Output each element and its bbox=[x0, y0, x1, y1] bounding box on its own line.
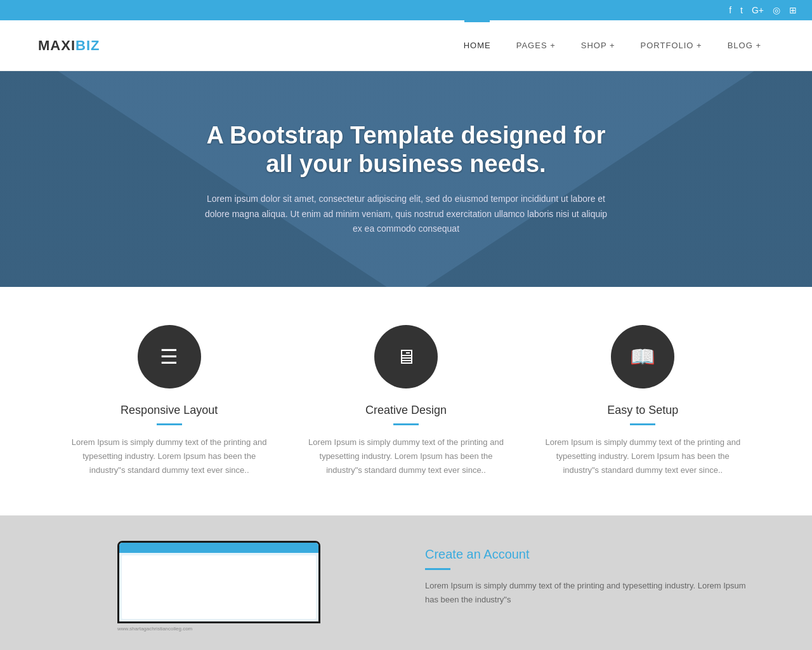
rss-icon[interactable]: ⊞ bbox=[789, 5, 797, 15]
feature-responsive-text: Lorem Ipsum is simply dummy text of the … bbox=[70, 435, 268, 477]
bottom-text-block: Create an Account Lorem Ipsum is simply … bbox=[425, 541, 761, 607]
bottom-title: Create an Account bbox=[425, 547, 761, 562]
logo-maxi: MAXI bbox=[38, 37, 75, 53]
responsive-icon-circle: ☰ bbox=[138, 325, 201, 388]
bottom-section: www.shartagachristiancolleg.com Create a… bbox=[0, 515, 812, 650]
bottom-description: Lorem Ipsum is simply dummy text of the … bbox=[425, 579, 761, 607]
googleplus-icon[interactable]: G+ bbox=[752, 5, 764, 15]
feature-responsive: ☰ Responsive Layout Lorem Ipsum is simpl… bbox=[51, 325, 287, 477]
twitter-icon[interactable]: t bbox=[740, 5, 743, 15]
monitor-icon: 🖥 bbox=[396, 345, 416, 369]
feature-setup-title: Easy to Setup bbox=[544, 404, 742, 417]
feature-creative-title: Creative Design bbox=[306, 404, 505, 417]
feature-setup: 📖 Easy to Setup Lorem Ipsum is simply du… bbox=[525, 325, 761, 477]
feature-creative-text: Lorem Ipsum is simply dummy text of the … bbox=[306, 435, 505, 477]
device-screen-content bbox=[122, 555, 316, 619]
top-bar: f t G+ ◎ ⊞ bbox=[0, 0, 812, 20]
book-icon: 📖 bbox=[630, 345, 655, 369]
device-mockup bbox=[117, 541, 320, 623]
feature-responsive-divider bbox=[157, 423, 182, 425]
hero-subtitle: Lorem ipsum dolor sit amet, consectetur … bbox=[203, 192, 609, 237]
dribbble-icon[interactable]: ◎ bbox=[773, 5, 780, 15]
hamburger-icon: ☰ bbox=[160, 345, 178, 369]
logo-biz: BIZ bbox=[75, 37, 100, 53]
device-mockup-container: www.shartagachristiancolleg.com bbox=[51, 541, 387, 632]
features-section: ☰ Responsive Layout Lorem Ipsum is simpl… bbox=[0, 287, 812, 515]
feature-creative-divider bbox=[393, 423, 419, 425]
feature-creative: 🖥 Creative Design Lorem Ipsum is simply … bbox=[287, 325, 524, 477]
bottom-divider bbox=[425, 568, 450, 570]
main-nav: HOME PAGES + SHOP + PORTFOLIO + BLOG + bbox=[451, 20, 774, 71]
hero-section: A Bootstrap Template designed forall you… bbox=[0, 71, 812, 287]
hero-title: A Bootstrap Template designed forall you… bbox=[203, 121, 609, 179]
feature-responsive-title: Responsive Layout bbox=[70, 404, 268, 417]
setup-icon-circle: 📖 bbox=[611, 325, 674, 388]
feature-setup-text: Lorem Ipsum is simply dummy text of the … bbox=[544, 435, 742, 477]
logo[interactable]: MAXIBIZ bbox=[38, 37, 100, 54]
device-screen-topbar bbox=[119, 543, 318, 553]
header: MAXIBIZ HOME PAGES + SHOP + PORTFOLIO + … bbox=[0, 20, 812, 71]
hero-content: A Bootstrap Template designed forall you… bbox=[203, 121, 609, 237]
nav-portfolio[interactable]: PORTFOLIO + bbox=[628, 20, 715, 71]
facebook-icon[interactable]: f bbox=[729, 5, 731, 15]
nav-shop[interactable]: SHOP + bbox=[568, 20, 628, 71]
nav-blog[interactable]: BLOG + bbox=[715, 20, 774, 71]
nav-home[interactable]: HOME bbox=[451, 20, 504, 71]
nav-pages[interactable]: PAGES + bbox=[504, 20, 568, 71]
device-screen bbox=[119, 543, 318, 621]
feature-setup-divider bbox=[630, 423, 655, 425]
url-label: www.shartagachristiancolleg.com bbox=[117, 626, 320, 632]
creative-icon-circle: 🖥 bbox=[374, 325, 438, 388]
